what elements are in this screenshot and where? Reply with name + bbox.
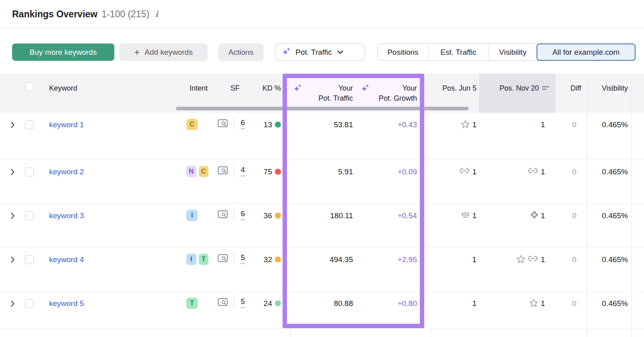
- expand-row-icon[interactable]: [0, 248, 25, 291]
- divider: [234, 208, 234, 221]
- serp-features-icon[interactable]: [217, 209, 228, 221]
- info-icon[interactable]: i: [155, 9, 158, 19]
- pos-jun-value: 1: [472, 211, 477, 220]
- pot-growth-value: +0.80: [398, 299, 417, 308]
- intent-badge-commercial[interactable]: C: [186, 119, 198, 130]
- kd-difficulty-dot: [275, 169, 281, 175]
- expand-row-icon[interactable]: [0, 292, 25, 328]
- pot-traffic-value: 5.91: [338, 167, 353, 176]
- diff-value: 0: [572, 167, 576, 176]
- keyword-link[interactable]: keyword 3: [49, 211, 84, 220]
- pot-traffic-value: 53.81: [334, 120, 353, 129]
- table-row: keyword 3 I 6 36 180.11 +0.54 1 1 0 0.46…: [0, 204, 644, 248]
- select-all-checkbox[interactable]: [25, 83, 34, 91]
- sf-count[interactable]: 5: [241, 253, 245, 264]
- horizontal-scrollbar[interactable]: [176, 107, 469, 110]
- diff-value: 0: [572, 299, 576, 308]
- diff-value: 0: [572, 255, 576, 264]
- pos-jun-value: 1: [472, 120, 477, 129]
- pot-growth-value: +0.09: [398, 167, 417, 176]
- keyword-link[interactable]: keyword 2: [49, 167, 84, 176]
- row-checkbox[interactable]: [25, 120, 34, 129]
- intent-badge-commercial[interactable]: C: [199, 166, 209, 177]
- column-divider: [431, 329, 431, 337]
- kd-value: 75: [264, 167, 272, 176]
- keyword-link[interactable]: keyword 5: [49, 299, 84, 308]
- page-title: Rankings Overview: [12, 9, 97, 20]
- actions-button[interactable]: Actions: [219, 43, 263, 61]
- report-header: Rankings Overview 1-100 (215) i: [0, 0, 644, 29]
- serp-features-icon[interactable]: [217, 118, 228, 130]
- expand-row-icon[interactable]: [0, 113, 25, 159]
- pos-nov-value: 1: [541, 299, 545, 308]
- view-tabs: Positions Est. Traffic Visibility All fo…: [377, 43, 635, 61]
- pos-nov-value: 1: [541, 255, 545, 264]
- sf-count[interactable]: 6: [241, 118, 245, 129]
- link-icon: [528, 167, 538, 176]
- sparkles-icon: [293, 84, 303, 95]
- row-checkbox[interactable]: [25, 299, 34, 308]
- table-row: keyword 4 IT 5 32 494.35 +2.95 1 1 0 0.4…: [0, 248, 644, 292]
- tab-positions[interactable]: Positions: [378, 44, 428, 60]
- tab-all-for-example[interactable]: All for example.com: [537, 43, 636, 61]
- intent-badge-informational[interactable]: I: [186, 254, 196, 265]
- crown-icon: [461, 211, 470, 221]
- diff-value: 0: [572, 211, 576, 220]
- serp-features-icon[interactable]: [217, 297, 228, 309]
- kd-difficulty-dot: [275, 122, 281, 128]
- pot-growth-value: +0.54: [398, 211, 417, 220]
- row-checkbox[interactable]: [25, 167, 34, 176]
- sf-count[interactable]: 5: [241, 297, 245, 308]
- column-header-keyword[interactable]: Keyword: [39, 74, 176, 113]
- pot-growth-value: +0.43: [398, 120, 417, 129]
- pot-traffic-value: 80.88: [334, 299, 353, 308]
- pot-growth-value: +2.95: [398, 255, 417, 264]
- column-header-visibility[interactable]: Visibility: [587, 74, 632, 113]
- sort-desc-icon: [542, 86, 549, 90]
- keyword-link[interactable]: keyword 1: [49, 120, 84, 129]
- row-checkbox[interactable]: [25, 211, 34, 220]
- metric-dropdown-value: Pot. Traffic: [295, 48, 332, 57]
- expand-row-icon[interactable]: [0, 160, 25, 203]
- serp-features-icon[interactable]: [217, 253, 228, 265]
- intent-badge-navigational[interactable]: N: [186, 166, 196, 177]
- sparkles-icon: [361, 84, 370, 95]
- table-row: keyword 2 NC 4 75 5.91 +0.09 1 1 0 0.465…: [0, 160, 644, 204]
- column-divider: [290, 329, 291, 337]
- partial-next-row: [0, 329, 644, 337]
- column-header-diff[interactable]: Diff: [555, 74, 587, 113]
- pos-jun-value: 1: [472, 167, 477, 176]
- star-icon: [529, 299, 538, 309]
- visibility-value: 0.465%: [602, 211, 628, 220]
- tab-est-traffic[interactable]: Est. Traffic: [428, 44, 488, 60]
- kd-value: 24: [264, 299, 272, 308]
- star-icon: [461, 120, 470, 130]
- kd-value: 36: [264, 211, 272, 220]
- sf-count[interactable]: 6: [241, 209, 245, 220]
- tab-visibility[interactable]: Visibility: [488, 44, 537, 60]
- add-keywords-button[interactable]: + Add keywords: [120, 43, 207, 61]
- rankings-table: Keyword Intent SF KD % Your Pot. Traffic…: [0, 74, 644, 337]
- expand-row-icon[interactable]: [0, 204, 25, 247]
- metric-dropdown[interactable]: Pot. Traffic: [275, 43, 365, 61]
- kd-value: 32: [264, 255, 272, 264]
- visibility-value: 0.465%: [602, 255, 628, 264]
- row-checkbox[interactable]: [25, 255, 34, 264]
- keyword-link[interactable]: keyword 4: [49, 255, 84, 264]
- link-icon: [459, 167, 470, 176]
- sf-count[interactable]: 4: [241, 165, 245, 176]
- intent-badge-transactional[interactable]: T: [186, 298, 198, 309]
- serp-features-icon[interactable]: [217, 165, 228, 178]
- intent-badge-informational[interactable]: I: [186, 210, 198, 221]
- buy-more-keywords-button[interactable]: Buy more keywords: [12, 43, 114, 61]
- toolbar: Buy more keywords + Add keywords Actions…: [0, 29, 644, 74]
- kd-difficulty-dot: [275, 213, 281, 219]
- result-range: 1-100 (215): [101, 9, 149, 20]
- column-header-pos-nov20[interactable]: Pos. Nov 20: [479, 74, 555, 113]
- pos-jun-value: 1: [472, 255, 477, 264]
- diff-value: 0: [572, 120, 576, 129]
- intent-badge-transactional[interactable]: T: [199, 254, 209, 265]
- pos-nov-value: 1: [541, 211, 545, 220]
- pos-jun-value: 1: [472, 299, 477, 308]
- divider: [234, 117, 234, 130]
